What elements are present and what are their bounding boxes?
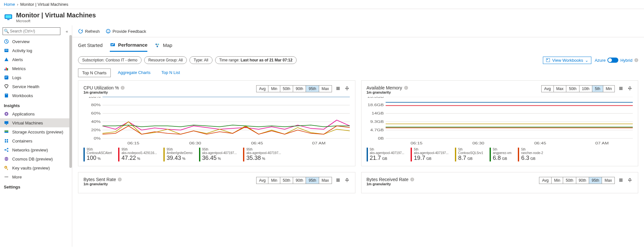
sidebar-search-input[interactable] [3,27,60,35]
seg-avg[interactable]: Avg [257,177,268,184]
legend-item[interactable]: 95th ContosoASCAlert 100 % [83,148,112,161]
info-icon[interactable]: i [121,86,125,90]
svg-point-33 [7,177,8,177]
seg-min[interactable]: Min [603,86,614,92]
pin-icon[interactable] [344,86,350,92]
filter-time-range[interactable]: Time range: Last hour as of 21 Mar 07:12 [215,56,297,64]
legend-item[interactable]: 5th aks-agentpool-407197... 19.7 GB [411,148,448,161]
pin-icon[interactable] [627,177,633,184]
svg-rect-84 [619,178,623,179]
legend-item[interactable]: 5th rancher-node-2 6.3 GB [518,148,543,161]
apps-icon [4,111,9,116]
tab-map[interactable]: Map [154,42,172,52]
info-icon[interactable]: i [634,58,638,62]
seg-50th[interactable]: 50th [566,86,579,92]
view-workbooks-button[interactable]: View Workbooks ⌄ [543,57,591,64]
tab-label: Map [163,42,172,48]
legend-item[interactable]: 95th AmberIgniteDemo 39.43 % [163,148,193,161]
sidebar-item-apps[interactable]: Applications [0,109,72,118]
info-icon[interactable]: i [410,178,414,181]
pin-icon[interactable] [344,177,350,184]
sidebar-item-keyvault[interactable]: Key vaults (preview) [0,163,72,172]
legend-item[interactable]: 95th aks-nodepool1-429116... 47.22 % [118,148,157,161]
feedback-button[interactable]: Provide Feedback [106,29,146,34]
seg-50th[interactable]: 50th [563,177,576,184]
collapse-sidebar-icon[interactable]: « [65,29,69,34]
sidebar-item-vm[interactable]: Virtual Machines [0,118,72,127]
sidebar-item-workbooks[interactable]: Workbooks [0,91,72,100]
subtab-top-n-charts[interactable]: Top N Charts [78,69,111,77]
seg-90th[interactable]: 90th [293,86,306,92]
seg-avg[interactable]: Avg [257,86,268,92]
breadcrumb-home[interactable]: Home [4,2,15,7]
sidebar-item-alerts[interactable]: Alerts [0,55,72,64]
seg-95th[interactable]: 95th [306,86,319,92]
refresh-icon [78,29,83,34]
seg-50th[interactable]: 50th [280,86,293,92]
pin-icon[interactable] [627,86,633,92]
seg-avg[interactable]: Avg [542,86,553,92]
seg-95th[interactable]: 95th [589,177,602,184]
seg-max[interactable]: Max [319,177,332,184]
seg-avg[interactable]: Avg [539,177,551,184]
sidebar: 🔍 « OverviewActivity logAlertsMetricsLog… [0,25,72,247]
legend-item[interactable]: 5th aks-agentpool-407197... 21.7 GB [367,148,405,161]
sidebar-item-storage[interactable]: Storage Accounts (preview) [0,127,72,136]
seg-10th[interactable]: 10th [579,86,592,92]
legend-item[interactable]: 5th ContosoSQLSrv1 8.7 GB [455,148,483,161]
chart-granularity: 1m granularity [367,182,414,186]
filter-resource-group[interactable]: Resource Group: All [144,56,187,64]
smile-icon [106,29,111,34]
list-view-icon[interactable] [335,86,341,92]
legend-item[interactable]: 5th angperez-vm 6.8 GB [490,148,511,161]
sidebar-item-containers[interactable]: Containers [0,136,72,145]
svg-rect-8 [6,68,7,70]
seg-5th[interactable]: 5th [592,86,603,92]
seg-95th[interactable]: 95th [306,177,319,184]
svg-rect-9 [7,68,8,70]
info-icon[interactable]: i [118,178,122,181]
chart-title: Bytes Sent Rate [83,177,116,182]
seg-min[interactable]: Min [268,86,280,92]
legend-item[interactable]: 95th aks-agentpool-407197... 36.45 % [199,148,237,161]
azure-hybrid-toggle[interactable] [607,58,618,63]
sidebar-item-logs[interactable]: Logs [0,73,72,82]
svg-point-36 [109,30,109,31]
seg-90th[interactable]: 90th [293,177,306,184]
svg-text:06:30: 06:30 [189,141,201,145]
chart-card-2: Bytes Sent Rate i 1m granularity AvgMin5… [78,172,355,193]
refresh-button[interactable]: Refresh [78,29,100,34]
sidebar-item-overview[interactable]: Overview [0,37,72,46]
seg-max[interactable]: Max [554,86,567,92]
sidebar-item-cosmos[interactable]: Cosmos DB (preview) [0,154,72,163]
sidebar-item-activity[interactable]: Activity log [0,46,72,55]
tab-get-started[interactable]: Get Started [78,42,103,52]
subtab-aggregate-charts[interactable]: Aggregate Charts [114,69,154,77]
filter-type[interactable]: Type: All [189,56,212,64]
seg-min[interactable]: Min [268,177,280,184]
svg-rect-11 [5,77,8,77]
scrollbar[interactable] [69,35,72,168]
svg-rect-2 [7,19,10,20]
seg-90th[interactable]: 90th [576,177,589,184]
sidebar-item-networks[interactable]: Networks (preview) [0,145,72,154]
subtab-top-n-list[interactable]: Top N List [158,69,184,77]
filter-subscription[interactable]: Subscription: Contoso IT - demo [78,56,142,64]
filter-bar: Subscription: Contoso IT - demo Resource… [78,56,297,64]
list-view-icon[interactable] [335,177,341,184]
list-view-icon[interactable] [618,86,624,92]
legend-unit: % [218,157,221,160]
sidebar-item-health[interactable]: Service Health [0,82,72,91]
seg-max[interactable]: Max [319,86,332,92]
svg-text:40%: 40% [91,120,101,124]
info-icon[interactable]: i [404,86,408,90]
svg-rect-81 [336,178,340,179]
sidebar-item-metrics[interactable]: Metrics [0,64,72,73]
seg-50th[interactable]: 50th [280,177,293,184]
list-view-icon[interactable] [618,177,624,184]
legend-item[interactable]: 95th aks-agentpool-407197... 35.38 % [243,148,281,161]
sidebar-item-more[interactable]: More [0,172,72,181]
seg-min[interactable]: Min [552,177,563,184]
seg-max[interactable]: Max [602,177,614,184]
tab-performance[interactable]: Performance [110,42,148,52]
